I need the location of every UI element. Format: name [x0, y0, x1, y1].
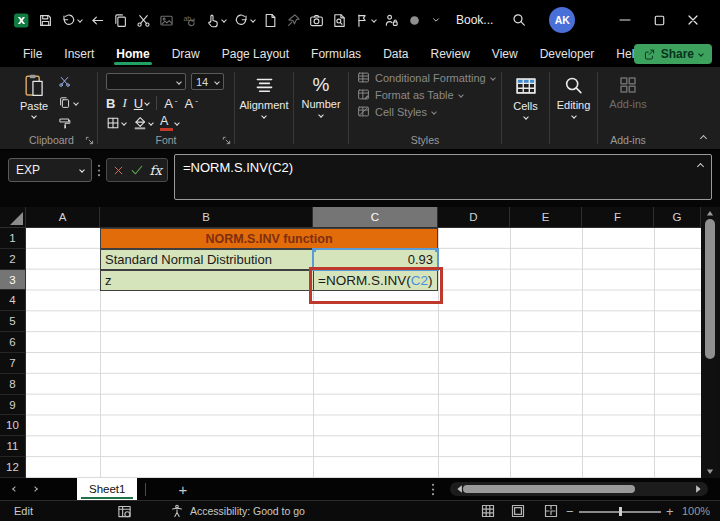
- record-icon[interactable]: [407, 13, 422, 28]
- page-layout-view-button[interactable]: [510, 503, 526, 519]
- clipboard-dialog-launcher-icon[interactable]: [85, 136, 94, 145]
- horizontal-scrollbar[interactable]: [450, 482, 708, 496]
- row-header-9[interactable]: 9: [0, 395, 26, 416]
- tab-developer[interactable]: Developer: [529, 40, 606, 67]
- cell-B2[interactable]: Standard Normal Distribution: [100, 249, 314, 270]
- avatar[interactable]: AK: [549, 7, 575, 33]
- expand-formula-bar-icon[interactable]: [697, 163, 704, 170]
- confirm-icon[interactable]: [130, 163, 144, 177]
- translate-icon[interactable]: ab: [182, 13, 197, 28]
- sheet-nav-right-icon[interactable]: [32, 486, 38, 492]
- font-size-combo[interactable]: 14: [191, 73, 224, 90]
- document-title[interactable]: Book...: [456, 13, 493, 27]
- addins-button[interactable]: Add-ins: [598, 67, 658, 110]
- column-header-D[interactable]: D: [438, 207, 510, 228]
- cut-icon[interactable]: [136, 13, 151, 28]
- fill-color-button[interactable]: [133, 116, 153, 130]
- row-header-12[interactable]: 12: [0, 457, 26, 478]
- row-header-11[interactable]: 11: [0, 436, 26, 457]
- row-header-6[interactable]: 6: [0, 332, 26, 353]
- shrink-font-button[interactable]: Aˇ: [184, 96, 197, 111]
- sheet-nav-left-icon[interactable]: [12, 486, 18, 492]
- camera-icon[interactable]: [309, 13, 324, 28]
- vertical-scrollbar[interactable]: [702, 207, 718, 478]
- name-box-drag-handle[interactable]: [97, 163, 101, 178]
- underline-button[interactable]: U: [134, 96, 143, 111]
- scroll-down-icon[interactable]: [704, 466, 716, 477]
- select-all-corner[interactable]: [0, 207, 26, 228]
- column-header-C[interactable]: C: [313, 207, 438, 228]
- column-header-G[interactable]: G: [654, 207, 701, 228]
- number-button[interactable]: % Number: [294, 67, 348, 117]
- name-box[interactable]: EXP: [8, 158, 92, 182]
- scroll-right-icon[interactable]: [692, 483, 704, 495]
- minimize-button[interactable]: [608, 3, 642, 37]
- borders-button[interactable]: [106, 116, 126, 130]
- paste-button[interactable]: Paste: [16, 73, 52, 131]
- tab-draw[interactable]: Draw: [161, 40, 211, 67]
- back-icon[interactable]: [90, 13, 105, 28]
- cells-button[interactable]: Cells: [502, 67, 549, 119]
- tab-page-layout[interactable]: Page Layout: [211, 40, 300, 67]
- accessibility-status[interactable]: Accessibility: Good to go: [170, 504, 305, 518]
- add-sheet-button[interactable]: +: [178, 481, 187, 498]
- grow-font-button[interactable]: Aˆ: [164, 96, 177, 111]
- doc-preview-icon[interactable]: [332, 13, 347, 28]
- bold-button[interactable]: B: [106, 96, 115, 111]
- undo-icon[interactable]: [61, 13, 82, 28]
- cancel-icon[interactable]: [112, 164, 125, 177]
- qat-overflow-icon[interactable]: [430, 14, 442, 26]
- search-icon[interactable]: [511, 12, 527, 28]
- tab-review[interactable]: Review: [419, 40, 480, 67]
- zoom-out-button[interactable]: −: [566, 504, 574, 519]
- tab-file[interactable]: File: [12, 40, 53, 67]
- row-header-1[interactable]: 1: [0, 228, 26, 249]
- italic-button[interactable]: I: [122, 95, 126, 111]
- cell-B1-title[interactable]: NORM.S.INV function: [100, 228, 438, 249]
- copy-icon[interactable]: [113, 13, 128, 28]
- column-header-E[interactable]: E: [510, 207, 582, 228]
- editing-button[interactable]: Editing: [550, 67, 597, 118]
- sheet-tab-sheet1[interactable]: Sheet1: [77, 478, 137, 500]
- conditional-formatting-button[interactable]: Conditional Formatting: [357, 71, 501, 84]
- zoom-level[interactable]: 100%: [682, 505, 710, 517]
- column-header-F[interactable]: F: [582, 207, 654, 228]
- font-color-button[interactable]: A: [160, 115, 179, 131]
- tab-insert[interactable]: Insert: [53, 40, 105, 67]
- row-header-7[interactable]: 7: [0, 353, 26, 374]
- copy-button[interactable]: [58, 96, 78, 109]
- redo-icon[interactable]: [234, 13, 255, 28]
- scroll-up-icon[interactable]: [704, 208, 716, 219]
- row-header-3[interactable]: 3: [0, 270, 26, 291]
- column-header-B[interactable]: B: [100, 207, 313, 228]
- close-button[interactable]: [676, 3, 710, 37]
- horizontal-scrollbar-thumb[interactable]: [463, 485, 635, 493]
- macro-record-button[interactable]: [117, 504, 132, 519]
- row-header-2[interactable]: 2: [0, 249, 26, 270]
- alignment-button[interactable]: Alignment: [235, 67, 293, 118]
- formula-input[interactable]: =NORM.S.INV(C2): [174, 154, 712, 200]
- touch-mode-icon[interactable]: [205, 13, 226, 28]
- submit-flag-icon[interactable]: [355, 13, 376, 28]
- font-name-combo[interactable]: [106, 73, 186, 90]
- pin-icon[interactable]: [286, 13, 301, 28]
- zoom-slider-thumb[interactable]: [619, 507, 622, 516]
- row-header-8[interactable]: 8: [0, 374, 26, 395]
- insert-function-button[interactable]: fx: [150, 163, 162, 178]
- tab-data[interactable]: Data: [372, 40, 419, 67]
- row-header-4[interactable]: 4: [0, 290, 26, 311]
- column-header-A[interactable]: A: [26, 207, 100, 228]
- row-header-5[interactable]: 5: [0, 311, 26, 332]
- cell-B3[interactable]: z: [100, 270, 314, 291]
- vertical-scrollbar-thumb[interactable]: [705, 219, 715, 359]
- page-break-view-button[interactable]: [543, 503, 559, 519]
- font-dialog-launcher-icon[interactable]: [222, 136, 231, 145]
- tab-view[interactable]: View: [481, 40, 529, 67]
- normal-view-button[interactable]: [480, 503, 496, 519]
- save-icon[interactable]: [38, 13, 53, 28]
- format-as-table-button[interactable]: Format as Table: [357, 88, 501, 101]
- sheet-more-icon[interactable]: [431, 482, 435, 497]
- maximize-button[interactable]: [642, 3, 676, 37]
- person-lock-icon[interactable]: [384, 13, 399, 28]
- format-painter-button[interactable]: [58, 117, 78, 130]
